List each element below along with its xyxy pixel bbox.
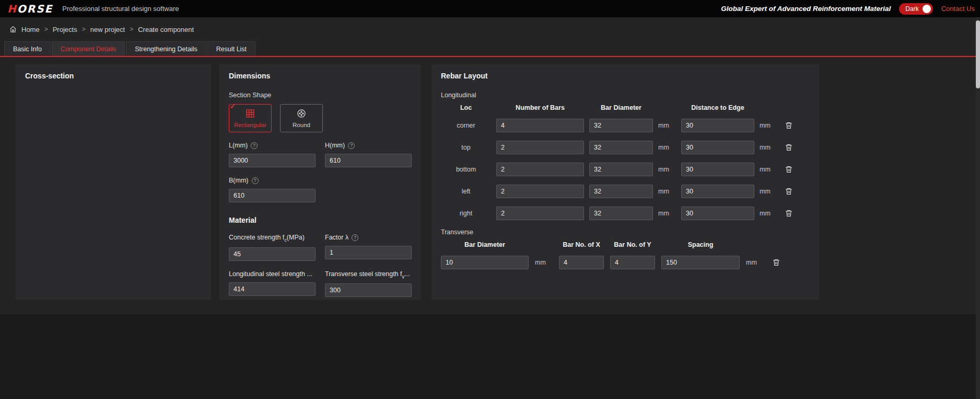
bar-no-x-input[interactable]	[559, 256, 604, 269]
unit-label: mm	[760, 144, 777, 151]
app-logo[interactable]: HORSE	[7, 3, 53, 15]
bar-diameter-input[interactable]	[589, 141, 653, 154]
bar-no-y-input[interactable]	[610, 256, 655, 269]
length-input[interactable]	[229, 154, 316, 167]
row-loc-label: top	[441, 144, 491, 151]
longitudinal-label: Longitudinal	[441, 92, 810, 99]
factor-lambda-label: Factor λ ?	[325, 234, 412, 241]
distance-to-edge-input[interactable]	[681, 119, 754, 132]
col-spacing: Spacing	[661, 241, 740, 248]
col-number-of-bars: Number of Bars	[496, 104, 584, 111]
toggle-knob-icon	[923, 5, 931, 13]
delete-row-button[interactable]	[783, 143, 795, 152]
length-field: L(mm) ?	[229, 142, 316, 167]
main-content: Cross-section Dimensions Section Shape ✓…	[0, 57, 980, 314]
unit-label: mm	[658, 144, 676, 151]
distance-to-edge-input[interactable]	[681, 207, 754, 220]
selected-check-icon: ✓	[230, 102, 236, 110]
breadcrumb-item-home[interactable]: Home	[21, 26, 40, 33]
delete-row-button[interactable]	[770, 258, 783, 267]
dark-mode-label: Dark	[905, 5, 918, 13]
transverse-steel-field: Transverse steel strength fy...	[325, 270, 412, 298]
scrollbar-thumb[interactable]	[976, 20, 980, 88]
number-of-bars-input[interactable]	[496, 207, 584, 220]
distance-to-edge-input[interactable]	[681, 185, 754, 198]
help-icon[interactable]: ?	[251, 142, 258, 149]
bar-diameter-input[interactable]	[589, 119, 653, 132]
shape-rectangular-label: Rectangular	[234, 122, 266, 128]
tab-component-details[interactable]: Component Details	[52, 41, 125, 56]
scrollbar[interactable]	[976, 17, 980, 399]
tab-basic-info[interactable]: Basic Info	[4, 41, 51, 56]
tab-strengthening-details[interactable]: Strengthening Details	[126, 41, 206, 56]
longitudinal-steel-label: Longitudinal steel strength ...	[229, 270, 316, 278]
spacing-input[interactable]	[661, 256, 740, 269]
unit-label: mm	[535, 259, 553, 266]
longitudinal-row-left: left mm mm	[441, 185, 810, 198]
unit-label: mm	[658, 166, 676, 173]
distance-to-edge-input[interactable]	[681, 163, 754, 176]
shape-round-label: Round	[293, 122, 310, 128]
number-of-bars-input[interactable]	[496, 119, 584, 132]
longitudinal-steel-input[interactable]	[229, 282, 316, 296]
factor-lambda-input[interactable]	[325, 246, 412, 259]
help-icon[interactable]: ?	[348, 142, 355, 149]
dark-mode-toggle[interactable]: Dark	[899, 3, 932, 15]
contact-us-link[interactable]: Contact Us	[941, 5, 976, 13]
delete-row-button[interactable]	[783, 165, 795, 174]
number-of-bars-input[interactable]	[496, 185, 584, 198]
breadcrumb: Home > Projects > new project > Create c…	[0, 17, 980, 41]
transverse-steel-input[interactable]	[325, 283, 412, 297]
shape-selector: ✓ Rectangular Round	[229, 104, 412, 132]
number-of-bars-input[interactable]	[496, 163, 584, 176]
bar-diameter-input[interactable]	[589, 185, 653, 198]
factor-lambda-field: Factor λ ?	[325, 234, 412, 261]
cross-section-title: Cross-section	[25, 72, 202, 80]
col-bar-no-x: Bar No. of X	[559, 241, 604, 248]
breadcrumb-item-projects[interactable]: Projects	[53, 26, 77, 33]
breadcrumb-item-project[interactable]: new project	[90, 26, 125, 33]
shape-rectangular-button[interactable]: ✓ Rectangular	[229, 104, 272, 132]
brand-slogan: Global Expert of Advanced Reinforcement …	[721, 5, 891, 13]
concrete-strength-label: Concrete strength fc(MPa)	[229, 234, 316, 243]
longitudinal-steel-field: Longitudinal steel strength ...	[229, 270, 316, 298]
transverse-bar-diameter-input[interactable]	[441, 256, 529, 269]
delete-row-button[interactable]	[783, 209, 795, 218]
row-loc-label: corner	[441, 122, 491, 129]
unit-label: mm	[760, 188, 777, 195]
help-icon[interactable]: ?	[352, 234, 358, 241]
logo-mark: H	[7, 3, 17, 15]
width-input[interactable]	[229, 189, 316, 202]
app-tagline: Professional structural design software	[62, 5, 179, 13]
unit-label: mm	[760, 210, 777, 217]
height-input[interactable]	[325, 154, 412, 167]
delete-row-button[interactable]	[783, 121, 795, 130]
tab-bar: Basic Info Component Details Strengtheni…	[0, 41, 980, 57]
unit-label: mm	[760, 122, 777, 129]
height-label: H(mm) ?	[325, 142, 412, 149]
round-section-icon	[297, 109, 306, 119]
unit-label: mm	[658, 122, 676, 129]
col-bar-no-y: Bar No. of Y	[610, 241, 655, 248]
shape-round-button[interactable]: Round	[280, 104, 323, 132]
unit-label: mm	[746, 259, 764, 266]
col-loc: Loc	[441, 104, 491, 111]
bar-diameter-input[interactable]	[589, 207, 653, 220]
bar-diameter-input[interactable]	[589, 163, 653, 176]
concrete-strength-field: Concrete strength fc(MPa)	[229, 234, 316, 261]
height-field: H(mm) ?	[325, 142, 412, 167]
unit-label: mm	[658, 210, 676, 217]
tab-result-list[interactable]: Result List	[207, 41, 255, 56]
concrete-strength-input[interactable]	[229, 247, 316, 261]
transverse-label: Transverse	[441, 229, 810, 236]
section-shape-label: Section Shape	[229, 92, 412, 99]
col-bar-diameter: Bar Diameter	[589, 104, 653, 111]
top-bar: HORSE Professional structural design sof…	[0, 0, 980, 17]
help-icon[interactable]: ?	[252, 177, 259, 184]
distance-to-edge-input[interactable]	[681, 141, 754, 154]
home-icon[interactable]	[9, 26, 17, 33]
dimensions-title: Dimensions	[229, 72, 412, 80]
transverse-header-row: Bar Diameter Bar No. of X Bar No. of Y S…	[441, 241, 810, 248]
delete-row-button[interactable]	[783, 187, 795, 196]
number-of-bars-input[interactable]	[496, 141, 584, 154]
